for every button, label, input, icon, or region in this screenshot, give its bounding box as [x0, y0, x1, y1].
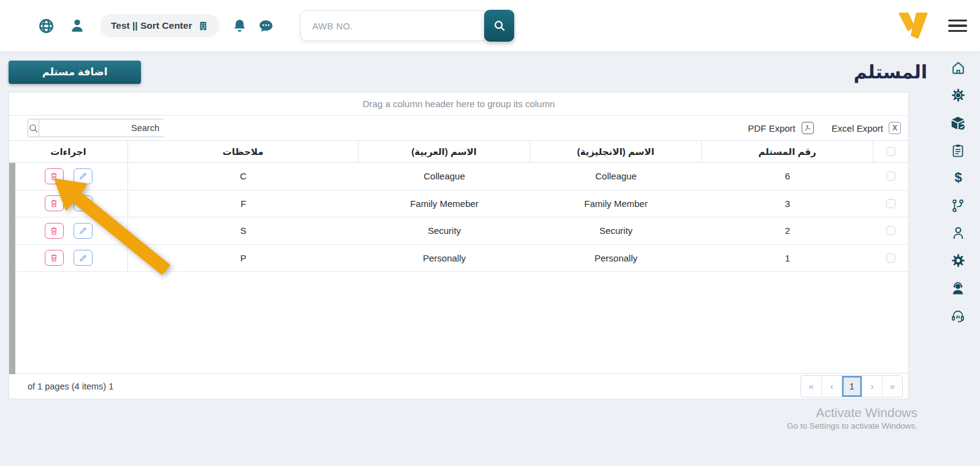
pdf-export-button[interactable]: PDF Export	[748, 121, 815, 135]
gear-new-badge-icon	[951, 88, 966, 103]
workspace-badge-label: Test || Sort Center	[111, 20, 192, 31]
awb-search-group	[300, 10, 514, 42]
header-notes[interactable]: ملاحظات	[128, 141, 359, 162]
table-header-row: رقم المستلم الاسم (الانجليزية) الاسم (ال…	[9, 140, 908, 163]
delete-button[interactable]	[45, 195, 64, 211]
group-panel-hint: Drag a column header here to group its c…	[363, 99, 555, 109]
table-row: 3 Family Member Family Memeber F	[9, 190, 908, 218]
user-profile-icon[interactable]	[69, 18, 85, 34]
sidebar-item-new-modules[interactable]	[949, 88, 967, 103]
header-name-arabic[interactable]: الاسم (العربية)	[359, 141, 530, 162]
sidebar-item-finance[interactable]: $	[949, 170, 967, 186]
row-checkbox[interactable]	[886, 254, 895, 263]
trash-icon	[49, 171, 59, 181]
trash-icon	[49, 198, 59, 208]
support-agent-icon	[950, 280, 966, 296]
settings-gear-icon	[951, 253, 966, 268]
pencil-icon	[78, 226, 88, 235]
excel-icon: X	[889, 122, 901, 134]
cell-name-arabic: Colleague	[359, 163, 530, 190]
language-globe-icon[interactable]	[38, 18, 55, 34]
row-checkbox[interactable]	[886, 171, 895, 181]
grid-search-box	[28, 119, 165, 137]
vertical-scrollbar-thumb[interactable]	[9, 163, 15, 374]
cell-recipient-number: 2	[702, 217, 873, 244]
pagination: « ‹ 1 › »	[800, 375, 903, 397]
sidebar-item-settings[interactable]	[949, 253, 967, 268]
cell-name-english: Security	[530, 217, 702, 244]
table-row: 6 Colleague Colleague C	[9, 163, 908, 190]
pencil-icon	[78, 199, 88, 208]
cell-name-english: Personally	[530, 245, 702, 272]
page-summary: of 1 pages (4 items) 1	[28, 381, 113, 391]
grid-search-icon	[28, 119, 39, 137]
package-check-icon	[950, 115, 966, 131]
trash-icon	[49, 253, 59, 263]
cell-notes: P	[128, 245, 359, 272]
grid-toolbar: PDF Export Excel Export X	[9, 116, 908, 140]
edit-button[interactable]	[74, 168, 93, 184]
edit-button[interactable]	[74, 195, 93, 211]
notifications-bell-icon[interactable]	[232, 18, 248, 34]
building-icon	[198, 21, 208, 31]
workspace-badge[interactable]: Test || Sort Center	[100, 14, 219, 37]
select-all-checkbox[interactable]	[886, 147, 895, 156]
add-recipient-button[interactable]: اضافة مستلم	[9, 61, 141, 84]
cell-notes: S	[128, 217, 359, 244]
grid-search-input[interactable]	[39, 119, 165, 137]
sidebar-item-workflow[interactable]	[949, 198, 967, 213]
sidebar-item-users[interactable]	[949, 225, 967, 241]
pencil-icon	[78, 254, 88, 263]
table-row: 2 Security Security S	[9, 217, 908, 245]
hamburger-menu-icon[interactable]	[948, 20, 967, 32]
cell-actions	[9, 217, 128, 244]
header-select-all	[873, 141, 908, 162]
awb-search-input[interactable]	[300, 10, 484, 41]
svg-text:AI: AI	[955, 315, 960, 319]
row-checkbox-cell	[873, 163, 908, 190]
row-checkbox[interactable]	[886, 226, 895, 235]
sidebar-item-support[interactable]	[949, 280, 967, 296]
row-checkbox-cell	[873, 190, 908, 217]
pdf-export-label: PDF Export	[748, 123, 796, 133]
cell-notes: F	[128, 190, 359, 217]
current-page-button[interactable]: 1	[841, 376, 862, 397]
home-icon	[951, 60, 966, 75]
edit-button[interactable]	[74, 223, 93, 239]
right-sidebar: $ AI	[936, 52, 980, 466]
header-actions[interactable]: اجراءات	[9, 141, 128, 162]
trash-icon	[49, 226, 59, 236]
edit-button[interactable]	[74, 250, 93, 266]
user-icon	[951, 225, 966, 241]
svg-text:$: $	[954, 170, 962, 185]
last-page-button[interactable]: »	[882, 376, 902, 397]
delete-button[interactable]	[45, 250, 64, 266]
pdf-icon	[801, 121, 815, 135]
awb-search-button[interactable]	[484, 10, 514, 42]
first-page-button[interactable]: «	[801, 376, 821, 397]
chat-messages-icon[interactable]	[257, 17, 275, 34]
sidebar-item-ai-assistant[interactable]: AI	[949, 308, 967, 323]
delete-button[interactable]	[45, 223, 64, 239]
ai-assistant-headset-icon: AI	[950, 308, 966, 324]
recipients-table: رقم المستلم الاسم (الانجليزية) الاسم (ال…	[9, 140, 908, 272]
sidebar-item-reports[interactable]	[949, 143, 967, 158]
delete-button[interactable]	[45, 168, 64, 184]
next-page-button[interactable]: ›	[862, 376, 882, 397]
row-checkbox[interactable]	[886, 199, 895, 208]
pencil-icon	[78, 171, 88, 181]
header-name-english[interactable]: الاسم (الانجليزية)	[530, 141, 702, 162]
sidebar-item-home[interactable]	[949, 60, 967, 75]
previous-page-button[interactable]: ‹	[821, 376, 841, 397]
cell-actions	[9, 190, 128, 217]
row-checkbox-cell	[873, 245, 908, 272]
group-panel[interactable]: Drag a column header here to group its c…	[9, 92, 908, 116]
cell-notes: C	[128, 163, 359, 190]
sidebar-item-packages[interactable]	[949, 115, 967, 130]
cell-actions	[9, 163, 128, 190]
workflow-branch-icon	[951, 198, 965, 213]
header-recipient-number[interactable]: رقم المستلم	[702, 141, 873, 162]
cell-name-english: Family Member	[530, 190, 702, 217]
excel-export-button[interactable]: Excel Export X	[832, 122, 901, 134]
excel-export-label: Excel Export	[832, 123, 883, 133]
